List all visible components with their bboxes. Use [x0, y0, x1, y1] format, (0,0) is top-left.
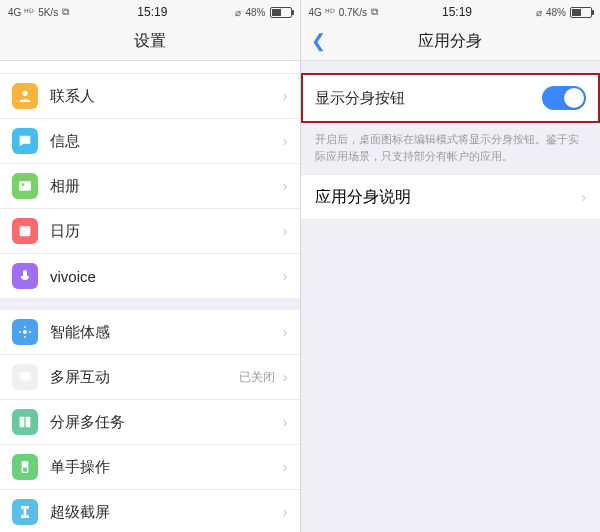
clone-list: 显示分身按钮 开启后，桌面图标在编辑模式将显示分身按钮。鉴于实际应用场景，只支持… [301, 61, 601, 532]
settings-group: 联系人›信息›相册›日历›vivoice› [0, 74, 300, 298]
settings-list[interactable]: 联系人›信息›相册›日历›vivoice› 智能体感›多屏互动已关闭›分屏多任务… [0, 61, 300, 532]
clone-explain-row[interactable]: 应用分身说明 › [301, 174, 601, 220]
battery-percent: 48% [546, 7, 566, 18]
chevron-right-icon: › [581, 189, 586, 205]
chevron-right-icon: › [283, 504, 288, 520]
back-button[interactable]: ❮ [311, 30, 326, 52]
svg-point-0 [22, 91, 27, 96]
row-label: 分屏多任务 [50, 413, 283, 432]
svg-rect-1 [19, 181, 31, 190]
chevron-right-icon: › [283, 88, 288, 104]
vibrate-icon: ⌀ [235, 7, 241, 18]
row-label: 信息 [50, 132, 283, 151]
settings-row-split[interactable]: 分屏多任务› [0, 400, 300, 445]
row-label: vivoice [50, 268, 283, 285]
net-indicator: 4G ᴴᴰ [309, 7, 335, 18]
chevron-right-icon: › [283, 178, 288, 194]
sim-icon: ⧉ [371, 6, 378, 18]
calendar-icon [12, 218, 38, 244]
battery-icon [270, 7, 292, 18]
chevron-right-icon: › [283, 223, 288, 239]
chevron-right-icon: › [283, 459, 288, 475]
settings-row-contact[interactable]: 联系人› [0, 74, 300, 119]
row-value: 已关闭 [239, 369, 275, 386]
status-bar: 4G ᴴᴰ 0.7K/s ⧉ 15:19 ⌀ 48% [301, 0, 601, 22]
group-separator [301, 61, 601, 73]
row-label: 联系人 [50, 87, 283, 106]
svg-rect-9 [20, 417, 25, 428]
row-label: 日历 [50, 222, 283, 241]
contact-icon [12, 83, 38, 109]
net-speed: 0.7K/s [339, 7, 367, 18]
chevron-right-icon: › [283, 324, 288, 340]
toggle-label: 显示分身按钮 [315, 89, 543, 108]
chevron-right-icon: › [283, 133, 288, 149]
row-label: 多屏互动 [50, 368, 239, 387]
settings-screen: 4G ᴴᴰ 5K/s ⧉ 15:19 ⌀ 48% 设置 联系人›信息›相册›日历… [0, 0, 301, 532]
svg-rect-4 [20, 226, 31, 229]
chevron-right-icon: › [283, 414, 288, 430]
gallery-icon [12, 173, 38, 199]
chevron-right-icon: › [283, 268, 288, 284]
svg-rect-10 [26, 417, 31, 428]
chevron-right-icon: › [283, 369, 288, 385]
split-icon [12, 409, 38, 435]
row-label: 相册 [50, 177, 283, 196]
svg-point-2 [22, 183, 25, 186]
settings-row-sense[interactable]: 智能体感› [0, 310, 300, 355]
settings-row-message[interactable]: 信息› [0, 119, 300, 164]
onehand-icon [12, 454, 38, 480]
cast-icon [12, 364, 38, 390]
svg-point-6 [23, 330, 27, 334]
settings-row-cast[interactable]: 多屏互动已关闭› [0, 355, 300, 400]
row-label: 超级截屏 [50, 503, 283, 522]
clock: 15:19 [442, 5, 472, 19]
settings-row-onehand[interactable]: 单手操作› [0, 445, 300, 490]
group-separator [0, 298, 300, 310]
navbar: ❮ 应用分身 [301, 22, 601, 61]
row-label: 应用分身说明 [315, 187, 411, 208]
settings-row-mic[interactable]: vivoice› [0, 254, 300, 298]
net-speed: 5K/s [38, 7, 58, 18]
row-label: 单手操作 [50, 458, 283, 477]
show-clone-button-row[interactable]: 显示分身按钮 [301, 73, 601, 123]
svg-rect-7 [20, 372, 31, 379]
battery-percent: 48% [245, 7, 265, 18]
settings-group: 智能体感›多屏互动已关闭›分屏多任务›单手操作›超级截屏›应用分身› [0, 310, 300, 532]
help-text: 开启后，桌面图标在编辑模式将显示分身按钮。鉴于实际应用场景，只支持部分有帐户的应… [301, 123, 601, 174]
navbar: 设置 [0, 22, 300, 61]
svg-rect-12 [23, 468, 27, 472]
settings-row-calendar[interactable]: 日历› [0, 209, 300, 254]
net-indicator: 4G ᴴᴰ [8, 7, 34, 18]
sense-icon [12, 319, 38, 345]
page-title: 应用分身 [418, 31, 482, 52]
status-bar: 4G ᴴᴰ 5K/s ⧉ 15:19 ⌀ 48% [0, 0, 300, 22]
vibrate-icon: ⌀ [536, 7, 542, 18]
svg-rect-8 [23, 380, 27, 381]
show-clone-button-switch[interactable] [542, 86, 586, 110]
settings-row-gallery[interactable]: 相册› [0, 164, 300, 209]
list-row-partial [0, 61, 300, 74]
battery-icon [570, 7, 592, 18]
row-label: 智能体感 [50, 323, 283, 342]
mic-icon [12, 263, 38, 289]
clock: 15:19 [137, 5, 167, 19]
settings-row-snip[interactable]: 超级截屏› [0, 490, 300, 532]
page-title: 设置 [134, 31, 166, 52]
sim-icon: ⧉ [62, 6, 69, 18]
app-clone-screen: 4G ᴴᴰ 0.7K/s ⧉ 15:19 ⌀ 48% ❮ 应用分身 显示分身按钮… [301, 0, 601, 532]
snip-icon [12, 499, 38, 525]
message-icon [12, 128, 38, 154]
